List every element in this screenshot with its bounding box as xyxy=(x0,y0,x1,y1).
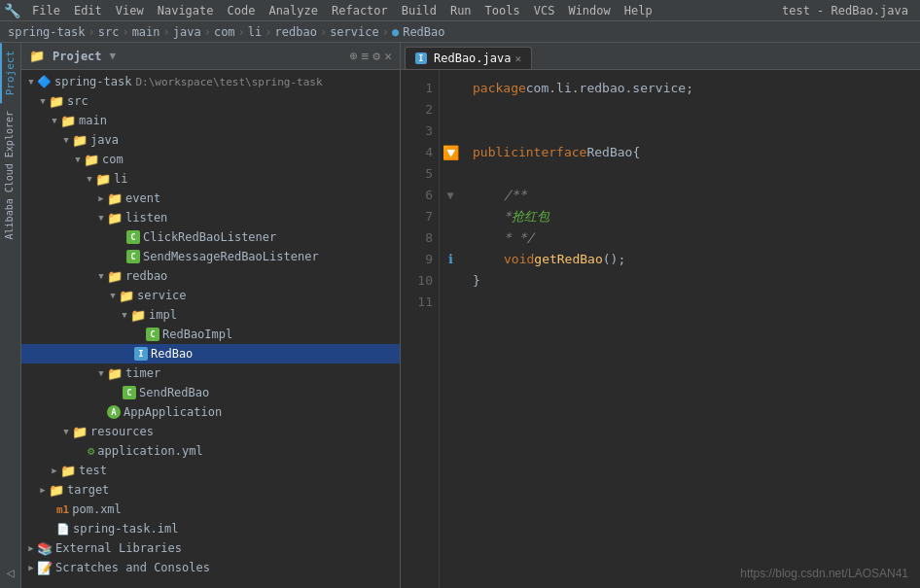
tree-item-timer[interactable]: ▼ 📁 timer xyxy=(21,363,400,383)
tree-arrow-scratches: ▶ xyxy=(25,563,37,572)
editor-area: I RedBao.java ✕ 1 2 3 4 5 6 7 8 9 10 11 xyxy=(401,43,920,588)
panel-action-collapse[interactable]: ≡ xyxy=(362,49,370,63)
menu-refactor[interactable]: Refactor xyxy=(326,2,394,19)
menu-build[interactable]: Build xyxy=(396,2,442,19)
panel-action-settings[interactable]: ⚙ xyxy=(372,49,380,63)
code-line-7: * 抢红包 xyxy=(473,206,908,227)
tree-label-redbaoimpl: RedBaoImpl xyxy=(162,328,232,341)
tree-item-test[interactable]: ▶ 📁 test xyxy=(21,461,400,480)
line-numbers: 1 2 3 4 5 6 7 8 9 10 11 xyxy=(401,70,440,588)
folder-icon-test: 📁 xyxy=(60,464,76,478)
tree-item-service[interactable]: ▼ 📁 service xyxy=(21,286,400,305)
panel-action-locate[interactable]: ⊕ xyxy=(350,49,358,63)
punct-brace-close: } xyxy=(473,270,480,292)
gutter-4[interactable]: 🔽 xyxy=(440,142,461,163)
breadcrumb-item-4[interactable]: java xyxy=(173,25,201,39)
menu-help[interactable]: Help xyxy=(619,2,658,19)
tree-arrow-li: ▼ xyxy=(84,174,95,184)
breadcrumb-item-9[interactable]: RedBao xyxy=(403,25,444,39)
breadcrumb-item-7[interactable]: redbao xyxy=(275,25,317,39)
tab-redbao-java[interactable]: I RedBao.java ✕ xyxy=(405,47,532,69)
tree-item-event[interactable]: ▶ 📁 event xyxy=(21,189,400,208)
menu-navigate[interactable]: Navigate xyxy=(152,2,220,19)
tree-item-redbaoimpl[interactable]: C RedBaoImpl xyxy=(21,325,400,344)
tab-bar: I RedBao.java ✕ xyxy=(401,43,920,70)
tree-item-li[interactable]: ▼ 📁 li xyxy=(21,169,400,189)
tree-label-iml: spring-task.iml xyxy=(73,522,178,536)
comment-end: * */ xyxy=(504,227,534,249)
menu-vcs[interactable]: VCS xyxy=(528,2,561,19)
breadcrumb-item-8[interactable]: service xyxy=(330,25,379,39)
code-line-11 xyxy=(473,292,908,313)
tree-item-listen[interactable]: ▼ 📁 listen xyxy=(21,208,400,227)
code-line-2 xyxy=(473,99,908,121)
pkg-name: com.li.redbao.service xyxy=(526,78,686,99)
tree-item-scratches[interactable]: ▶ 📝 Scratches and Consoles xyxy=(21,558,400,577)
folder-icon-java: 📁 xyxy=(72,133,88,148)
code-editor[interactable]: 1 2 3 4 5 6 7 8 9 10 11 🔽 xyxy=(401,70,920,588)
breadcrumb-item-3[interactable]: main xyxy=(132,25,160,39)
tree-item-impl[interactable]: ▼ 📁 impl xyxy=(21,305,400,325)
tree-item-resources[interactable]: ▼ 📁 resources xyxy=(21,422,400,441)
breadcrumb: spring-task › src › main › java › com › … xyxy=(0,21,920,43)
tree-item-pom[interactable]: m1 pom.xml xyxy=(21,500,400,519)
tree-label-com: com xyxy=(102,153,124,166)
breadcrumb-item-5[interactable]: com xyxy=(214,25,235,39)
tree-label-test: test xyxy=(79,464,107,477)
breadcrumb-item-1[interactable]: spring-task xyxy=(8,25,85,39)
tree-item-root[interactable]: ▼ 🔷 spring-task D:\workspace\test\spring… xyxy=(21,72,400,91)
tree-item-redbao-interface[interactable]: I RedBao xyxy=(21,344,400,363)
tree-item-appapplication[interactable]: A AppApplication xyxy=(21,402,400,422)
tree-item-main[interactable]: ▼ 📁 main xyxy=(21,111,400,130)
gutter-1 xyxy=(440,78,461,99)
menu-edit[interactable]: Edit xyxy=(68,2,108,19)
tree-item-send-listener[interactable]: C SendMessageRedBaoListener xyxy=(21,247,400,266)
menu-analyze[interactable]: Analyze xyxy=(263,2,324,19)
tree-label-listen: listen xyxy=(125,211,167,225)
panel-header: 📁 Project ▼ ⊕ ≡ ⚙ ✕ xyxy=(21,43,400,70)
tree-label-application-yml: application.yml xyxy=(97,444,202,458)
folder-icon-li: 📁 xyxy=(95,172,111,187)
breadcrumb-item-6[interactable]: li xyxy=(248,25,262,39)
gutter-9[interactable]: ℹ xyxy=(440,249,461,270)
folder-icon-redbao: 📁 xyxy=(107,269,123,284)
tree-item-application-yml[interactable]: ⚙ application.yml xyxy=(21,441,400,461)
gutter-6[interactable]: ▼ xyxy=(440,185,461,206)
tree-item-iml[interactable]: 📄 spring-task.iml xyxy=(21,519,400,538)
menu-code[interactable]: Code xyxy=(222,2,262,19)
tree-item-src[interactable]: ▼ 📁 src xyxy=(21,91,400,111)
tree-item-ext-libs[interactable]: ▶ 📚 External Libraries xyxy=(21,538,400,558)
tree-item-sendredbao[interactable]: C SendRedBao xyxy=(21,383,400,402)
tab-interface-icon: I xyxy=(415,52,427,64)
code-content[interactable]: package com.li.redbao.service ; public i… xyxy=(461,70,920,588)
tree-arrow-event: ▶ xyxy=(95,193,107,203)
tab-label-redbao: RedBao.java xyxy=(434,52,511,65)
tree-item-click-listener[interactable]: C ClickRedBaoListener xyxy=(21,227,400,247)
breadcrumb-item-2[interactable]: src xyxy=(98,25,120,39)
tree-item-redbao[interactable]: ▼ 📁 redbao xyxy=(21,266,400,286)
menu-run[interactable]: Run xyxy=(444,2,478,19)
menu-view[interactable]: View xyxy=(110,2,150,19)
menu-window[interactable]: Window xyxy=(562,2,616,19)
tree-item-com[interactable]: ▼ 📁 com xyxy=(21,150,400,169)
menu-file[interactable]: File xyxy=(26,2,66,19)
tree-label-redbao-interface: RedBao xyxy=(151,347,193,361)
class-icon-click-listener: C xyxy=(126,230,140,244)
gutter-8 xyxy=(440,227,461,249)
project-icon-tree: 🔷 xyxy=(37,75,52,88)
tree-item-target[interactable]: ▶ 📁 target xyxy=(21,480,400,500)
menu-tools[interactable]: Tools xyxy=(479,2,526,19)
folder-icon-impl: 📁 xyxy=(130,308,146,323)
gutter: 🔽 ▼ ℹ xyxy=(440,70,461,588)
tree-view[interactable]: ▼ 🔷 spring-task D:\workspace\test\spring… xyxy=(21,70,400,588)
folder-icon-resources: 📁 xyxy=(72,425,88,439)
tree-item-java[interactable]: ▼ 📁 java xyxy=(21,130,400,150)
tab-close-redbao[interactable]: ✕ xyxy=(514,52,521,65)
code-line-3 xyxy=(473,121,908,142)
sidebar-icon-1[interactable]: ◁ xyxy=(6,565,14,580)
tree-arrow-java: ▼ xyxy=(60,135,72,145)
sidebar-label-project[interactable]: Project xyxy=(0,43,20,103)
gutter-2 xyxy=(440,99,461,121)
panel-action-close[interactable]: ✕ xyxy=(384,49,392,63)
sidebar-label-alibaba[interactable]: Alibaba Cloud Explorer xyxy=(0,103,20,247)
